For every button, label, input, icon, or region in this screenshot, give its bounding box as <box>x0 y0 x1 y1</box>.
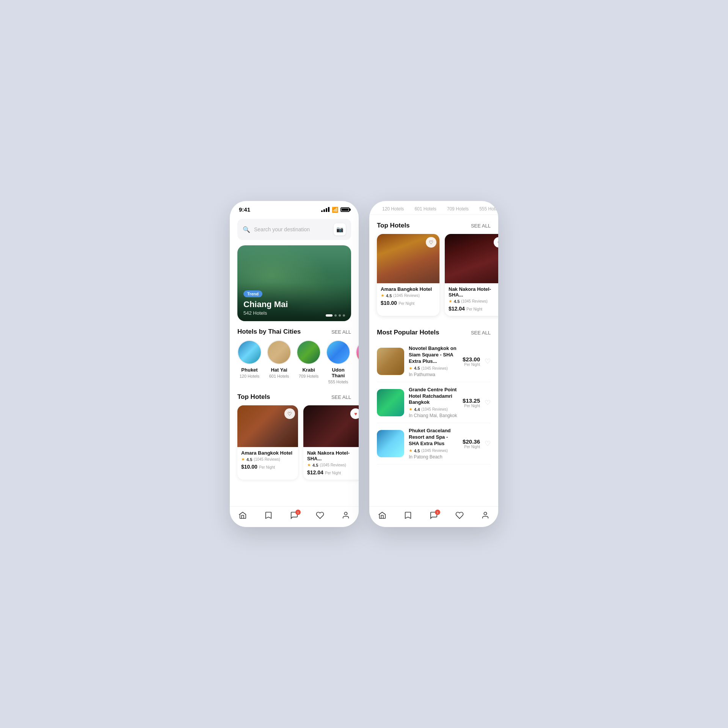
star-icon: ★ <box>409 407 413 412</box>
favorite-button-1[interactable]: ♡ <box>284 408 295 419</box>
top-hotels-header-right: Top Hotels SEE ALL <box>369 215 498 234</box>
popular-item-1[interactable]: Novotel Bangkok on Siam Square - SHA Ext… <box>377 341 491 382</box>
trend-badge: Trend <box>243 290 262 297</box>
popular-per-1: Per Night <box>463 362 480 367</box>
rating-count-2: (1045 Reviews) <box>320 463 346 467</box>
rating-number-2: 4.5 <box>312 463 318 468</box>
popular-hotel-name-1: Novotel Bangkok on Siam Square - SHA Ext… <box>409 345 458 365</box>
top-price-amount-1: $10.00 <box>381 300 397 306</box>
pop-rating-count-2: (1045 Reviews) <box>421 407 447 411</box>
popular-rating-3: ★ 4.5 (1045 Reviews) <box>409 448 458 453</box>
nav-chat-right[interactable]: 1 <box>430 511 438 519</box>
popular-fav-btn-3[interactable]: ♡ <box>485 439 491 448</box>
scroll-content: Top Hotels SEE ALL ♡ Amara Bangkok Hotel… <box>369 215 498 515</box>
top-hotel-price-2: $12.04 Per Night <box>449 305 498 312</box>
home-icon <box>378 511 386 519</box>
city-item[interactable]: Krabi 709 Hotels <box>297 340 321 384</box>
camera-icon[interactable]: 📷 <box>334 223 346 235</box>
popular-list: Novotel Bangkok on Siam Square - SHA Ext… <box>369 341 498 464</box>
top-hotel-card-1[interactable]: ♡ Amara Bangkok Hotel ★ 4.5 (1045 Review… <box>377 234 439 316</box>
popular-price-col-2: $13.25 Per Night <box>463 397 480 408</box>
status-bar: 9:41 📶 <box>230 201 359 215</box>
top-hotel-image-2 <box>445 234 498 283</box>
nav-heart[interactable] <box>316 511 324 519</box>
top-fav-btn-1[interactable]: ♡ <box>426 237 436 248</box>
nav-heart-right[interactable] <box>455 511 464 519</box>
rating-count-1: (1045 Reviews) <box>254 457 280 461</box>
top-rating-count-1: (1045 Reviews) <box>393 293 419 298</box>
favorite-button-2[interactable]: ♥ <box>350 408 359 419</box>
count-tab-udon[interactable]: 555 Hotels <box>474 205 498 213</box>
top-hotel-card-2[interactable]: ♥ Nak Nakora Hotel-SHA... ★ 4.5 (1045 Re… <box>445 234 498 316</box>
count-tab-hatyai[interactable]: 601 Hotels <box>409 205 441 213</box>
popular-section-header: Most Popular Hotels SEE ALL <box>369 322 498 341</box>
status-icons: 📶 <box>321 207 350 213</box>
top-hotel-info-1: Amara Bangkok Hotel ★ 4.5 (1045 Reviews)… <box>377 283 439 310</box>
cities-scroll: Phuket 120 Hotels Hat Yai 601 Hotels Kra… <box>230 340 359 386</box>
city-item[interactable]: Hat Yai 601 Hotels <box>267 340 291 384</box>
popular-item-3[interactable]: Phuket Graceland Resort and Spa - SHA Ex… <box>377 423 491 464</box>
status-time: 9:41 <box>239 206 250 213</box>
nav-profile[interactable] <box>342 511 350 519</box>
hotel-rating-1: ★ 4.5 (1045 Reviews) <box>241 457 294 462</box>
top-hotels-title-right: Top Hotels <box>377 222 410 229</box>
popular-fav-btn-2[interactable]: ♡ <box>485 399 491 407</box>
pop-rating-count-3: (1045 Reviews) <box>421 449 447 453</box>
popular-see-all[interactable]: SEE ALL <box>471 330 491 336</box>
cities-see-all[interactable]: SEE ALL <box>331 329 351 335</box>
city-item[interactable]: Lo... 8... <box>356 340 359 384</box>
top-hotel-info-2: Nak Nakora Hotel-SHA... ★ 4.5 (1045 Revi… <box>445 283 498 316</box>
top-rating-count-2: (1045 Reviews) <box>461 299 487 303</box>
city-item[interactable]: Phuket 120 Hotels <box>237 340 262 384</box>
popular-location-1: In Pathumwa <box>409 372 458 377</box>
nav-home-right[interactable] <box>378 511 386 519</box>
popular-image-2 <box>377 389 404 416</box>
hotel-name-2: Nak Nakora Hotel-SHA... <box>307 450 359 461</box>
popular-rating-1: ★ 4.5 (1045 Reviews) <box>409 366 458 371</box>
nav-chat[interactable]: 1 <box>290 511 298 519</box>
top-hotels-see-all-right[interactable]: SEE ALL <box>471 223 491 229</box>
pop-rating-num-1: 4.5 <box>414 366 420 370</box>
popular-location-3: In Patong Beach <box>409 454 458 460</box>
pop-rating-count-1: (1045 Reviews) <box>421 366 447 370</box>
svg-point-1 <box>484 512 486 515</box>
top-hotels-title-left: Top Hotels <box>237 393 270 401</box>
search-placeholder: Search your destination <box>254 226 330 232</box>
hero-card[interactable]: Trend Chiang Mai 542 Hotels <box>237 245 351 321</box>
hotel-card[interactable]: ♥ Nak Nakora Hotel-SHA... ★ 4.5 (1045 Re… <box>303 405 359 480</box>
popular-item-2[interactable]: Grande Centre Point Hotel Ratchadamri Ba… <box>377 382 491 424</box>
count-tab-phuket[interactable]: 120 Hotels <box>377 205 409 213</box>
phones-container: 9:41 📶 🔍 Search your destination 📷 <box>230 201 498 527</box>
nav-bookmark[interactable] <box>264 511 273 519</box>
star-icon: ★ <box>449 299 452 304</box>
search-bar[interactable]: 🔍 Search your destination 📷 <box>237 219 351 240</box>
cities-title: Hotels by Thai Cities <box>237 328 301 336</box>
bookmark-icon <box>264 511 273 519</box>
nav-home[interactable] <box>238 511 247 519</box>
city-circle-udon <box>326 340 350 364</box>
chat-badge-right: 1 <box>435 510 440 515</box>
nav-profile-right[interactable] <box>481 511 490 519</box>
nav-bookmark-right[interactable] <box>404 511 412 519</box>
star-icon: ★ <box>409 366 413 371</box>
city-circle-phuket <box>237 340 262 364</box>
popular-price-2: $13.25 <box>463 397 480 404</box>
city-item[interactable]: Udon Thani 555 Hotels <box>326 340 350 384</box>
top-hotel-name-2: Nak Nakora Hotel-SHA... <box>449 286 498 298</box>
hotel-card[interactable]: ♡ Amara Bangkok Hotel ★ 4.5 (1045 Review… <box>237 405 298 480</box>
hotel-rating-2: ★ 4.5 (1045 Reviews) <box>307 463 359 468</box>
hotel-card-info-2: Nak Nakora Hotel-SHA... ★ 4.5 (1045 Revi… <box>303 447 359 480</box>
popular-price-col-3: $20.36 Per Night <box>463 438 480 449</box>
count-tab-krabi[interactable]: 709 Hotels <box>442 205 474 213</box>
profile-icon <box>481 511 490 519</box>
battery-icon <box>340 207 350 212</box>
left-phone: 9:41 📶 🔍 Search your destination 📷 <box>230 201 359 527</box>
popular-fav-btn-1[interactable]: ♡ <box>485 357 491 366</box>
city-name-hatyai: Hat Yai <box>271 367 287 373</box>
pop-rating-num-3: 4.5 <box>414 449 420 453</box>
rating-number-1: 4.5 <box>246 457 252 462</box>
top-hotels-see-all-left[interactable]: SEE ALL <box>331 394 351 400</box>
city-count-phuket: 120 Hotels <box>240 374 260 378</box>
city-circle-hatyai <box>267 340 291 364</box>
bottom-nav-left: 1 <box>230 506 359 527</box>
